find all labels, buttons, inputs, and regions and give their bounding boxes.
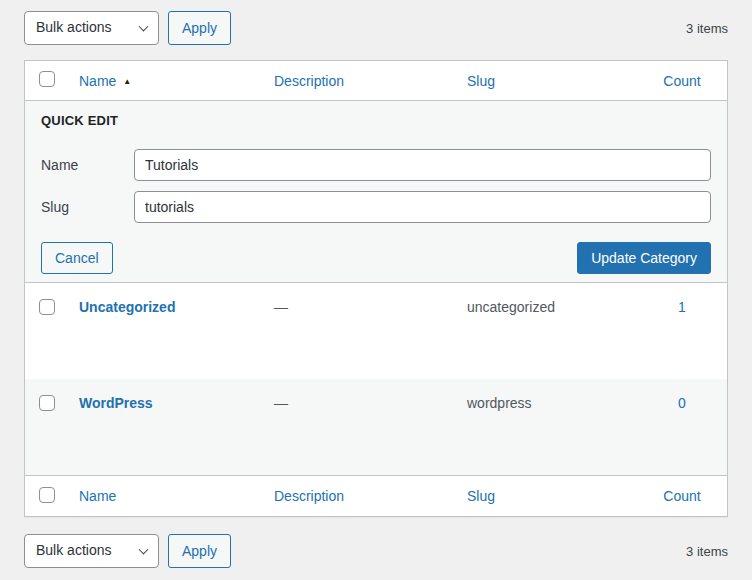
header-checkbox-cell: [25, 71, 69, 90]
footer-column-name[interactable]: Name: [79, 488, 116, 504]
column-header-name-cell: Name▲: [69, 73, 264, 89]
row-checkbox-cell: [25, 379, 69, 475]
count-link[interactable]: 1: [678, 299, 686, 315]
row-count-cell: 0: [637, 379, 727, 475]
select-all-checkbox-bottom[interactable]: [39, 487, 55, 503]
footer-checkbox-cell: [25, 487, 69, 506]
footer-header-count-cell: Count: [637, 488, 727, 504]
footer-header-name-cell: Name: [69, 488, 264, 504]
column-header-name-label: Name: [79, 73, 116, 89]
sort-ascending-icon: ▲: [123, 77, 131, 86]
table-row-uncategorized: Uncategorized — uncategorized 1: [25, 283, 727, 379]
column-header-slug[interactable]: Slug: [467, 73, 495, 89]
row-count-cell: 1: [637, 283, 727, 379]
bulk-actions-select-bottom[interactable]: Bulk actions: [24, 534, 159, 568]
bottom-toolbar: Bulk actions Apply 3 items: [24, 534, 728, 568]
row-checkbox-wordpress[interactable]: [39, 395, 55, 411]
quick-edit-actions: Cancel Update Category: [41, 242, 711, 274]
slug-value: uncategorized: [467, 299, 555, 315]
footer-column-description[interactable]: Description: [274, 488, 344, 504]
quick-edit-slug-input[interactable]: [134, 191, 711, 223]
quick-edit-name-label: Name: [41, 157, 134, 173]
row-name-cell: WordPress: [69, 379, 264, 475]
row-checkbox-uncategorized[interactable]: [39, 299, 55, 315]
bulk-actions-select-wrap: Bulk actions: [24, 11, 159, 45]
quick-edit-title: QUICK EDIT: [41, 113, 711, 129]
update-category-button[interactable]: Update Category: [577, 242, 711, 274]
footer-column-slug[interactable]: Slug: [467, 488, 495, 504]
items-count: 3 items: [686, 21, 728, 36]
footer-header-description-cell: Description: [264, 488, 457, 504]
quick-edit-name-field: Name: [41, 149, 711, 181]
column-header-count-cell: Count: [637, 73, 727, 89]
table-row-wordpress: WordPress — wordpress 0: [25, 379, 727, 475]
column-header-description-cell: Description: [264, 73, 457, 89]
row-description-cell: —: [264, 379, 457, 475]
column-header-name[interactable]: Name▲: [79, 73, 131, 89]
quick-edit-panel: QUICK EDIT Name Slug Cancel Update Categ…: [25, 101, 727, 283]
quick-edit-slug-field: Slug: [41, 191, 711, 223]
category-name-link[interactable]: Uncategorized: [79, 299, 175, 315]
count-link[interactable]: 0: [678, 395, 686, 411]
row-description-cell: —: [264, 283, 457, 379]
column-header-count[interactable]: Count: [663, 73, 700, 89]
description-value: —: [274, 395, 288, 411]
row-name-cell: Uncategorized: [69, 283, 264, 379]
category-name-link[interactable]: WordPress: [79, 395, 153, 411]
row-slug-cell: wordpress: [457, 379, 637, 475]
row-checkbox-cell: [25, 283, 69, 379]
apply-button[interactable]: Apply: [168, 11, 231, 45]
bulk-actions-select[interactable]: Bulk actions: [24, 11, 159, 45]
top-toolbar: Bulk actions Apply 3 items: [24, 11, 728, 45]
categories-admin-page: Bulk actions Apply 3 items Name▲ Descrip…: [0, 0, 752, 580]
bulk-actions-select-wrap-bottom: Bulk actions: [24, 534, 159, 568]
row-slug-cell: uncategorized: [457, 283, 637, 379]
table-footer-row: Name Description Slug Count: [25, 475, 727, 516]
quick-edit-slug-label: Slug: [41, 199, 134, 215]
select-all-checkbox[interactable]: [39, 71, 55, 87]
column-header-description[interactable]: Description: [274, 73, 344, 89]
items-count-bottom: 3 items: [686, 544, 728, 559]
footer-header-slug-cell: Slug: [457, 488, 637, 504]
cancel-button[interactable]: Cancel: [41, 242, 113, 274]
description-value: —: [274, 299, 288, 315]
apply-button-bottom[interactable]: Apply: [168, 534, 231, 568]
table-header-row: Name▲ Description Slug Count: [25, 61, 727, 101]
slug-value: wordpress: [467, 395, 532, 411]
column-header-slug-cell: Slug: [457, 73, 637, 89]
footer-column-count[interactable]: Count: [663, 488, 700, 504]
categories-table: Name▲ Description Slug Count QUICK EDIT …: [24, 60, 728, 517]
quick-edit-name-input[interactable]: [134, 149, 711, 181]
